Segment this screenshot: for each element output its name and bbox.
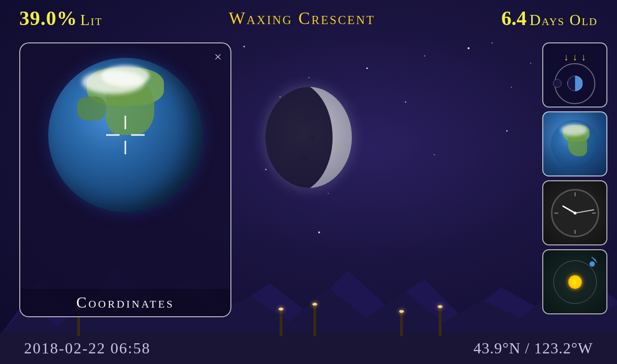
crosshair-bottom: [125, 141, 126, 154]
star: [434, 154, 435, 155]
arrow-icon: ↓: [581, 52, 586, 63]
clock-center-dot: [574, 212, 577, 215]
star: [308, 77, 309, 78]
coordinates-display: 43.9°N / 123.2°W: [473, 339, 593, 357]
cloud: [101, 65, 149, 87]
star: [511, 87, 512, 88]
days-label: Days Old: [529, 11, 598, 29]
phase-orbit-display: [552, 66, 598, 102]
orbit-ring: [553, 260, 597, 304]
coordinates-label: Coordinates: [20, 289, 230, 316]
side-panel: ↓ ↓ ↓: [542, 42, 607, 314]
star: [424, 55, 425, 56]
tick-mark: [592, 213, 596, 214]
clock-widget[interactable]: [542, 180, 607, 245]
lit-label: Lit: [80, 11, 103, 29]
moon-display: [265, 87, 357, 193]
crosshair-right: [131, 135, 145, 136]
crosshair-left: [106, 135, 120, 136]
arrow-icon: ↓: [564, 52, 569, 63]
lamp-light: [399, 310, 404, 313]
moon-shadow: [265, 87, 333, 188]
percentage-value: 39.0%: [19, 7, 78, 30]
globe-widget[interactable]: [542, 111, 607, 176]
phase-name: Waxing Crescent: [229, 8, 376, 28]
moon-body: [265, 87, 352, 188]
crosshair-icon: [106, 116, 145, 154]
lamp-light: [438, 305, 443, 308]
cloud: [561, 124, 587, 136]
crosshair-top: [125, 116, 126, 129]
arrow-icon: ↓: [573, 52, 577, 63]
star: [530, 63, 531, 64]
globe-thumbnail: [551, 120, 599, 168]
bottom-bar: 2018-02-22 06:58 43.9°N / 123.2°W: [0, 333, 617, 364]
phase-diagram-widget[interactable]: ↓ ↓ ↓: [542, 42, 607, 108]
star: [243, 46, 245, 47]
earth-icon: [567, 76, 583, 91]
lamp-post: [313, 305, 316, 336]
days-value: 6.4: [501, 7, 527, 30]
star: [366, 67, 368, 69]
header: 39.0% Lit Waxing Crescent 6.4 Days Old: [0, 0, 617, 36]
lit-percentage: 39.0% Lit: [19, 7, 103, 30]
moon-icon: [553, 79, 562, 88]
star: [468, 47, 469, 49]
solar-display: [549, 256, 602, 309]
tick-mark: [575, 192, 576, 196]
planet-icon: [590, 261, 595, 267]
lamp-light: [279, 308, 283, 310]
globe-display: [48, 58, 202, 212]
star: [318, 231, 320, 233]
star: [492, 42, 493, 43]
solar-system-widget[interactable]: [542, 249, 607, 314]
star: [405, 101, 406, 103]
phase-arrows: ↓ ↓ ↓: [564, 52, 586, 63]
lamp-post: [439, 307, 442, 336]
clock-face: [551, 189, 599, 237]
star: [506, 130, 508, 132]
tick-mark: [554, 213, 558, 214]
days-old: 6.4 Days Old: [501, 7, 598, 30]
star: [328, 193, 329, 194]
minute-hand: [575, 209, 594, 214]
tick-mark: [575, 230, 576, 234]
date-time-display: 2018-02-22 06:58: [24, 339, 150, 357]
lamp-light: [312, 303, 317, 306]
coordinates-panel[interactable]: × Coordinates: [19, 42, 231, 317]
close-button[interactable]: ×: [214, 49, 222, 65]
phase-label: Waxing Crescent: [229, 8, 376, 28]
lamp-post: [280, 310, 282, 336]
land-west: [77, 96, 106, 121]
